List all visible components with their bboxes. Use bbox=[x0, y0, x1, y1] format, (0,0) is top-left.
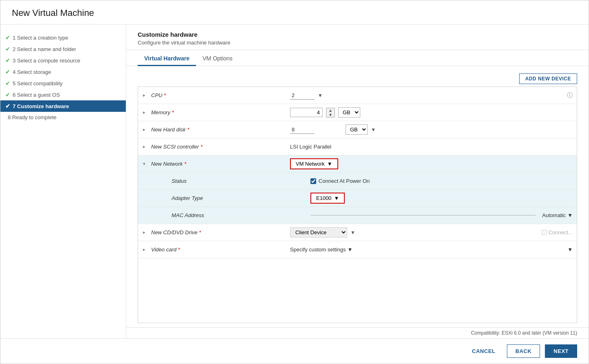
hw-row-cpu: ► CPU * 2 ▼ ⓘ bbox=[138, 87, 577, 104]
sidebar-item-label: 8 Ready to complete bbox=[8, 114, 56, 120]
collapse-icon[interactable]: ▼ bbox=[142, 162, 151, 166]
mac-mode-dropdown[interactable]: Automatic ▼ bbox=[542, 212, 573, 218]
network-value: VM Network ▼ bbox=[290, 158, 573, 169]
hw-row-adapter-type: Adapter Type E1000 ▼ bbox=[138, 190, 577, 207]
hw-row-network-status: Status Connect At Power On bbox=[138, 173, 577, 190]
video-card-arrow: ▼ bbox=[348, 246, 353, 253]
next-button[interactable]: NEXT bbox=[545, 344, 577, 358]
sidebar-item-label: 1 Select a creation type bbox=[13, 35, 68, 41]
checkmark-icon: ✔ bbox=[5, 103, 10, 109]
compatibility-text: Compatibility: ESXi 6.0 and later (VM ve… bbox=[471, 330, 577, 336]
sidebar-item-step7: ✔7 Customize hardware bbox=[0, 100, 126, 112]
memory-arrow[interactable]: ▲▼ bbox=[326, 108, 335, 118]
sidebar-item-label: 2 Select a name and folder bbox=[13, 46, 76, 52]
add-device-bar: ADD NEW DEVICE bbox=[138, 70, 577, 87]
network-dropdown-button[interactable]: VM Network ▼ bbox=[290, 158, 338, 169]
mac-mode-arrow: ▼ bbox=[567, 212, 573, 218]
cpu-dropdown[interactable]: ▼ bbox=[318, 93, 323, 98]
memory-value: ▲▼ GBMB bbox=[290, 107, 573, 118]
hard-disk-value: 8 GBMB ▼ bbox=[290, 124, 573, 135]
cpu-value: 2 ▼ bbox=[290, 91, 567, 100]
cd-connect-label: Connect... bbox=[542, 229, 573, 235]
checkmark-icon: ✔ bbox=[5, 91, 10, 98]
connect-at-power-on-checkbox-label: Connect At Power On bbox=[310, 178, 370, 184]
hard-disk-size: 8 bbox=[290, 126, 315, 134]
hard-disk-unit-dropdown[interactable]: ▼ bbox=[371, 127, 376, 133]
sidebar-item-label: 6 Select a guest OS bbox=[13, 92, 60, 98]
new-vm-dialog: New Virtual Machine ✔1 Select a creation… bbox=[0, 0, 589, 364]
sidebar-item-step5[interactable]: ✔5 Select compatibility bbox=[0, 78, 126, 89]
expand-icon[interactable]: ► bbox=[142, 230, 151, 235]
memory-unit-select[interactable]: GBMB bbox=[338, 107, 360, 118]
hw-row-network: ▼ New Network * VM Network ▼ bbox=[138, 155, 577, 173]
sidebar-item-label: 3 Select a compute resource bbox=[13, 58, 80, 64]
checkmark-icon: ✔ bbox=[5, 46, 10, 52]
sidebar-item-label: 4 Select storage bbox=[13, 69, 51, 75]
tabs-bar: Virtual HardwareVM Options bbox=[126, 51, 589, 66]
memory-label: Memory * bbox=[151, 109, 290, 115]
info-icon[interactable]: ⓘ bbox=[567, 92, 573, 99]
scsi-type: LSI Logic Parallel bbox=[290, 144, 331, 150]
hardware-table: ► CPU * 2 ▼ ⓘ ► Memory * ▲▼ GBMB ► New H… bbox=[138, 87, 577, 323]
sidebar-item-step2[interactable]: ✔2 Select a name and folder bbox=[0, 43, 126, 55]
video-scroll-indicator: ▼ bbox=[567, 246, 573, 253]
expand-icon[interactable]: ► bbox=[142, 110, 151, 115]
cpu-label: CPU * bbox=[151, 92, 290, 98]
video-card-value: Specify custom settings ▼ bbox=[290, 246, 567, 253]
hard-disk-label: New Hard disk * bbox=[151, 127, 290, 133]
cpu-input: 2 bbox=[290, 91, 315, 100]
section-title: Customize hardware bbox=[138, 31, 577, 38]
back-button[interactable]: BACK bbox=[507, 344, 540, 358]
network-dropdown-arrow: ▼ bbox=[327, 161, 332, 167]
hard-disk-unit-select[interactable]: GBMB bbox=[346, 124, 368, 135]
memory-input[interactable] bbox=[290, 108, 323, 117]
sidebar-item-label: 7 Customize hardware bbox=[13, 103, 69, 109]
sidebar-item-step8[interactable]: 8 Ready to complete bbox=[0, 112, 126, 123]
hw-row-mac-address: MAC Address Automatic ▼ bbox=[138, 207, 577, 224]
expand-icon[interactable]: ► bbox=[142, 127, 151, 132]
sidebar-item-label: 5 Select compatibility bbox=[13, 80, 62, 87]
network-label: New Network * bbox=[151, 161, 290, 167]
video-card-dropdown[interactable]: Specify custom settings ▼ bbox=[290, 246, 353, 253]
checkmark-icon: ✔ bbox=[5, 69, 10, 75]
hw-row-video-card: ► Video card * Specify custom settings ▼… bbox=[138, 241, 577, 258]
add-new-device-button[interactable]: ADD NEW DEVICE bbox=[519, 73, 577, 84]
main-content: Customize hardware Configure the virtual… bbox=[126, 24, 589, 338]
dialog-body: ✔1 Select a creation type✔2 Select a nam… bbox=[0, 24, 589, 338]
expand-icon[interactable]: ► bbox=[142, 247, 151, 252]
checkmark-icon: ✔ bbox=[5, 57, 10, 64]
status-label: Status bbox=[172, 178, 310, 184]
dialog-footer: CANCEL BACK NEXT bbox=[0, 338, 589, 364]
cd-connect-checkbox bbox=[542, 230, 547, 235]
tab-virtual-hardware[interactable]: Virtual Hardware bbox=[138, 51, 196, 66]
adapter-type-value: E1000 ▼ bbox=[310, 193, 573, 204]
scsi-label: New SCSI controller * bbox=[151, 144, 290, 150]
expand-icon[interactable]: ► bbox=[142, 93, 151, 98]
connect-at-power-on-checkbox[interactable] bbox=[310, 178, 316, 184]
sidebar-item-step4[interactable]: ✔4 Select storage bbox=[0, 66, 126, 78]
video-card-label: Video card * bbox=[151, 246, 290, 253]
mac-address-label: MAC Address bbox=[172, 212, 310, 218]
adapter-type-arrow: ▼ bbox=[334, 195, 339, 201]
mac-address-value: Automatic ▼ bbox=[310, 212, 573, 218]
cd-dvd-dropdown-arrow[interactable]: ▼ bbox=[350, 230, 355, 235]
checkmark-icon: ✔ bbox=[5, 80, 10, 87]
checkmark-icon: ✔ bbox=[5, 34, 10, 41]
sidebar-item-step6[interactable]: ✔6 Select a guest OS bbox=[0, 89, 126, 100]
adapter-type-dropdown[interactable]: E1000 ▼ bbox=[310, 193, 345, 204]
mac-address-input bbox=[310, 215, 535, 215]
section-header: Customize hardware Configure the virtual… bbox=[126, 24, 589, 50]
hw-row-cd-dvd: ► New CD/DVD Drive * Client Device ▼ Con… bbox=[138, 224, 577, 241]
tab-vm-options[interactable]: VM Options bbox=[196, 51, 239, 66]
expand-icon[interactable]: ► bbox=[142, 144, 151, 149]
cd-dvd-value: Client Device ▼ Connect... bbox=[290, 227, 573, 237]
hw-row-memory: ► Memory * ▲▼ GBMB bbox=[138, 104, 577, 121]
status-value: Connect At Power On bbox=[310, 178, 573, 184]
sidebar: ✔1 Select a creation type✔2 Select a nam… bbox=[0, 24, 126, 338]
dialog-title: New Virtual Machine bbox=[0, 0, 589, 24]
sidebar-item-step1[interactable]: ✔1 Select a creation type bbox=[0, 32, 126, 43]
cd-dvd-select[interactable]: Client Device bbox=[290, 227, 347, 237]
sidebar-item-step3[interactable]: ✔3 Select a compute resource bbox=[0, 55, 126, 66]
hw-row-scsi: ► New SCSI controller * LSI Logic Parall… bbox=[138, 138, 577, 155]
cancel-button[interactable]: CANCEL bbox=[466, 345, 502, 357]
